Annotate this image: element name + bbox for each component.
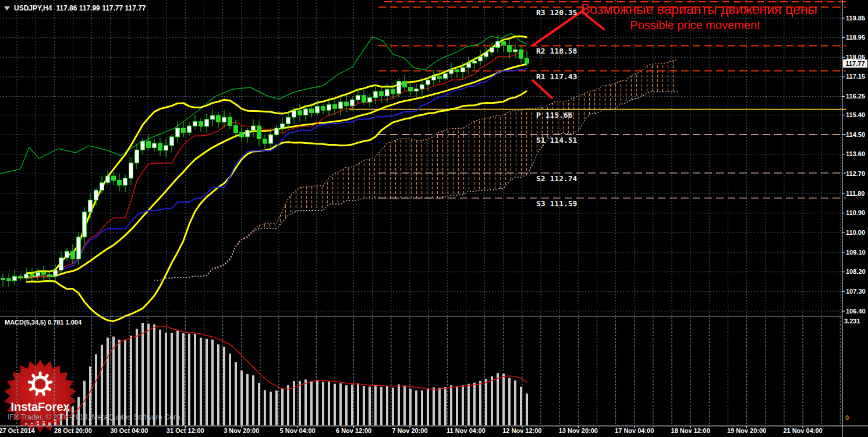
chart-canvas[interactable]: [0, 0, 868, 437]
grid-lines: [0, 0, 842, 426]
annotation-arrows: [533, 10, 604, 98]
macd-pane: [20, 323, 528, 425]
trading-terminal-chart: InstaForex IFX Trader, © 2001-2014, Meta…: [0, 0, 868, 437]
